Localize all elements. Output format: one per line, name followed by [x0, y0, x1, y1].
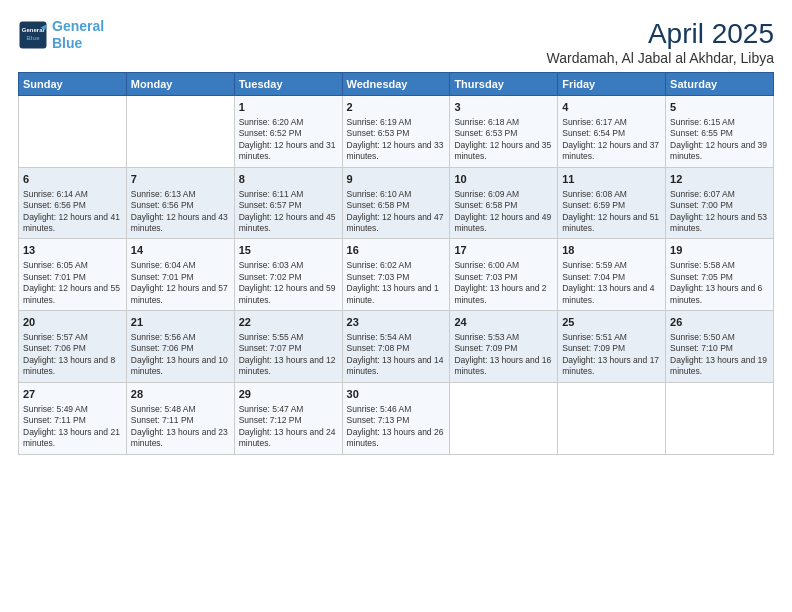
- day-info: Sunrise: 6:13 AM Sunset: 6:56 PM Dayligh…: [131, 189, 230, 235]
- day-number: 11: [562, 172, 661, 187]
- day-number: 14: [131, 243, 230, 258]
- calendar-week-row: 6Sunrise: 6:14 AM Sunset: 6:56 PM Daylig…: [19, 167, 774, 239]
- calendar-cell: 17Sunrise: 6:00 AM Sunset: 7:03 PM Dayli…: [450, 239, 558, 311]
- day-header-friday: Friday: [558, 73, 666, 96]
- calendar-cell: 27Sunrise: 5:49 AM Sunset: 7:11 PM Dayli…: [19, 382, 127, 454]
- day-info: Sunrise: 6:08 AM Sunset: 6:59 PM Dayligh…: [562, 189, 661, 235]
- calendar-week-row: 20Sunrise: 5:57 AM Sunset: 7:06 PM Dayli…: [19, 311, 774, 383]
- day-info: Sunrise: 5:50 AM Sunset: 7:10 PM Dayligh…: [670, 332, 769, 378]
- calendar-cell: 20Sunrise: 5:57 AM Sunset: 7:06 PM Dayli…: [19, 311, 127, 383]
- calendar-cell: 4Sunrise: 6:17 AM Sunset: 6:54 PM Daylig…: [558, 96, 666, 168]
- calendar-cell: 24Sunrise: 5:53 AM Sunset: 7:09 PM Dayli…: [450, 311, 558, 383]
- calendar-cell: [450, 382, 558, 454]
- subtitle: Wardamah, Al Jabal al Akhdar, Libya: [547, 50, 775, 66]
- calendar-cell: [666, 382, 774, 454]
- calendar-cell: 30Sunrise: 5:46 AM Sunset: 7:13 PM Dayli…: [342, 382, 450, 454]
- main-title: April 2025: [547, 18, 775, 50]
- title-block: April 2025 Wardamah, Al Jabal al Akhdar,…: [547, 18, 775, 66]
- calendar-cell: 25Sunrise: 5:51 AM Sunset: 7:09 PM Dayli…: [558, 311, 666, 383]
- day-number: 6: [23, 172, 122, 187]
- calendar-cell: 7Sunrise: 6:13 AM Sunset: 6:56 PM Daylig…: [126, 167, 234, 239]
- calendar-cell: 2Sunrise: 6:19 AM Sunset: 6:53 PM Daylig…: [342, 96, 450, 168]
- day-info: Sunrise: 6:20 AM Sunset: 6:52 PM Dayligh…: [239, 117, 338, 163]
- day-number: 28: [131, 387, 230, 402]
- day-header-thursday: Thursday: [450, 73, 558, 96]
- calendar-cell: 23Sunrise: 5:54 AM Sunset: 7:08 PM Dayli…: [342, 311, 450, 383]
- day-number: 21: [131, 315, 230, 330]
- day-info: Sunrise: 6:14 AM Sunset: 6:56 PM Dayligh…: [23, 189, 122, 235]
- calendar-week-row: 1Sunrise: 6:20 AM Sunset: 6:52 PM Daylig…: [19, 96, 774, 168]
- day-number: 8: [239, 172, 338, 187]
- logo-line2: Blue: [52, 35, 82, 51]
- svg-text:Blue: Blue: [26, 34, 40, 40]
- calendar-cell: 12Sunrise: 6:07 AM Sunset: 7:00 PM Dayli…: [666, 167, 774, 239]
- calendar-cell: [558, 382, 666, 454]
- day-info: Sunrise: 6:03 AM Sunset: 7:02 PM Dayligh…: [239, 260, 338, 306]
- day-info: Sunrise: 5:54 AM Sunset: 7:08 PM Dayligh…: [347, 332, 446, 378]
- calendar-cell: 28Sunrise: 5:48 AM Sunset: 7:11 PM Dayli…: [126, 382, 234, 454]
- day-info: Sunrise: 6:15 AM Sunset: 6:55 PM Dayligh…: [670, 117, 769, 163]
- calendar-table: SundayMondayTuesdayWednesdayThursdayFrid…: [18, 72, 774, 455]
- day-header-sunday: Sunday: [19, 73, 127, 96]
- calendar-cell: 14Sunrise: 6:04 AM Sunset: 7:01 PM Dayli…: [126, 239, 234, 311]
- day-number: 20: [23, 315, 122, 330]
- calendar-cell: 21Sunrise: 5:56 AM Sunset: 7:06 PM Dayli…: [126, 311, 234, 383]
- day-info: Sunrise: 6:09 AM Sunset: 6:58 PM Dayligh…: [454, 189, 553, 235]
- day-info: Sunrise: 5:48 AM Sunset: 7:11 PM Dayligh…: [131, 404, 230, 450]
- calendar-cell: 5Sunrise: 6:15 AM Sunset: 6:55 PM Daylig…: [666, 96, 774, 168]
- logo-text: General Blue: [52, 18, 104, 52]
- day-number: 1: [239, 100, 338, 115]
- day-number: 17: [454, 243, 553, 258]
- day-info: Sunrise: 6:02 AM Sunset: 7:03 PM Dayligh…: [347, 260, 446, 306]
- day-number: 18: [562, 243, 661, 258]
- calendar-cell: 26Sunrise: 5:50 AM Sunset: 7:10 PM Dayli…: [666, 311, 774, 383]
- day-info: Sunrise: 6:17 AM Sunset: 6:54 PM Dayligh…: [562, 117, 661, 163]
- day-number: 19: [670, 243, 769, 258]
- calendar-cell: 6Sunrise: 6:14 AM Sunset: 6:56 PM Daylig…: [19, 167, 127, 239]
- day-info: Sunrise: 5:58 AM Sunset: 7:05 PM Dayligh…: [670, 260, 769, 306]
- page-header: General Blue General Blue April 2025 War…: [18, 18, 774, 66]
- svg-text:General: General: [22, 27, 45, 33]
- day-info: Sunrise: 6:00 AM Sunset: 7:03 PM Dayligh…: [454, 260, 553, 306]
- calendar-cell: 18Sunrise: 5:59 AM Sunset: 7:04 PM Dayli…: [558, 239, 666, 311]
- calendar-cell: 9Sunrise: 6:10 AM Sunset: 6:58 PM Daylig…: [342, 167, 450, 239]
- day-number: 3: [454, 100, 553, 115]
- day-number: 22: [239, 315, 338, 330]
- day-info: Sunrise: 5:59 AM Sunset: 7:04 PM Dayligh…: [562, 260, 661, 306]
- day-number: 26: [670, 315, 769, 330]
- day-number: 4: [562, 100, 661, 115]
- calendar-cell: 19Sunrise: 5:58 AM Sunset: 7:05 PM Dayli…: [666, 239, 774, 311]
- day-number: 10: [454, 172, 553, 187]
- day-info: Sunrise: 6:11 AM Sunset: 6:57 PM Dayligh…: [239, 189, 338, 235]
- day-number: 29: [239, 387, 338, 402]
- day-info: Sunrise: 6:18 AM Sunset: 6:53 PM Dayligh…: [454, 117, 553, 163]
- calendar-week-row: 13Sunrise: 6:05 AM Sunset: 7:01 PM Dayli…: [19, 239, 774, 311]
- calendar-cell: 22Sunrise: 5:55 AM Sunset: 7:07 PM Dayli…: [234, 311, 342, 383]
- day-number: 27: [23, 387, 122, 402]
- day-header-tuesday: Tuesday: [234, 73, 342, 96]
- day-info: Sunrise: 5:46 AM Sunset: 7:13 PM Dayligh…: [347, 404, 446, 450]
- day-number: 16: [347, 243, 446, 258]
- day-number: 23: [347, 315, 446, 330]
- day-number: 13: [23, 243, 122, 258]
- day-header-wednesday: Wednesday: [342, 73, 450, 96]
- calendar-cell: 11Sunrise: 6:08 AM Sunset: 6:59 PM Dayli…: [558, 167, 666, 239]
- day-info: Sunrise: 6:07 AM Sunset: 7:00 PM Dayligh…: [670, 189, 769, 235]
- day-number: 24: [454, 315, 553, 330]
- day-number: 30: [347, 387, 446, 402]
- day-number: 15: [239, 243, 338, 258]
- day-header-monday: Monday: [126, 73, 234, 96]
- calendar-cell: 15Sunrise: 6:03 AM Sunset: 7:02 PM Dayli…: [234, 239, 342, 311]
- day-info: Sunrise: 5:56 AM Sunset: 7:06 PM Dayligh…: [131, 332, 230, 378]
- calendar-cell: [19, 96, 127, 168]
- day-info: Sunrise: 6:10 AM Sunset: 6:58 PM Dayligh…: [347, 189, 446, 235]
- calendar-cell: 1Sunrise: 6:20 AM Sunset: 6:52 PM Daylig…: [234, 96, 342, 168]
- calendar-cell: 8Sunrise: 6:11 AM Sunset: 6:57 PM Daylig…: [234, 167, 342, 239]
- logo-icon: General Blue: [18, 20, 48, 50]
- day-header-saturday: Saturday: [666, 73, 774, 96]
- day-info: Sunrise: 5:51 AM Sunset: 7:09 PM Dayligh…: [562, 332, 661, 378]
- calendar-cell: 29Sunrise: 5:47 AM Sunset: 7:12 PM Dayli…: [234, 382, 342, 454]
- day-number: 12: [670, 172, 769, 187]
- calendar-cell: 13Sunrise: 6:05 AM Sunset: 7:01 PM Dayli…: [19, 239, 127, 311]
- day-info: Sunrise: 5:55 AM Sunset: 7:07 PM Dayligh…: [239, 332, 338, 378]
